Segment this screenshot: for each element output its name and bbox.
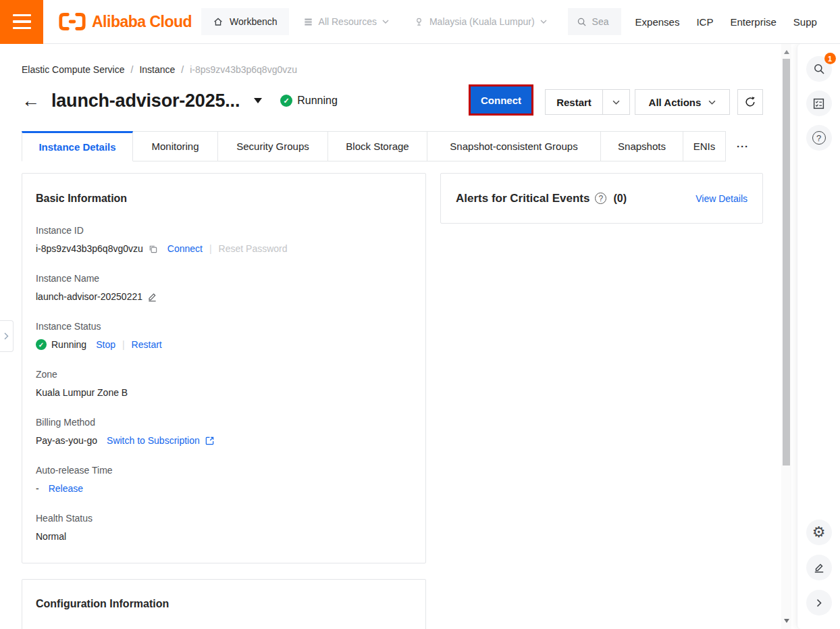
hamburger-menu-icon[interactable]: [0, 0, 43, 44]
view-details-link[interactable]: View Details: [695, 193, 747, 204]
resources-icon: [303, 17, 313, 27]
tab-enis[interactable]: ENIs: [683, 131, 726, 161]
region-label: Malaysia (Kuala Lumpur): [429, 16, 535, 27]
scrollbar-thumb[interactable]: [783, 59, 790, 466]
tab-snapshots[interactable]: Snapshots: [601, 131, 683, 161]
tab-snapshot-consistent-groups[interactable]: Snapshot-consistent Groups: [427, 131, 601, 161]
breadcrumb-instance-id: i-8ps9zv43b3p6q8vg0vzu: [190, 64, 297, 75]
basic-information-title: Basic Information: [36, 193, 412, 205]
breadcrumb-ecs[interactable]: Elastic Compute Service: [22, 64, 125, 75]
status-label: Running: [297, 95, 338, 107]
field-billing-method: Billing Method Pay-as-you-go Switch to S…: [36, 417, 412, 447]
nav-enterprise[interactable]: Enterprise: [730, 16, 776, 28]
tab-instance-details[interactable]: Instance Details: [22, 131, 133, 161]
alibaba-cloud-logo-icon: [58, 11, 86, 32]
search-input[interactable]: Sea: [568, 8, 621, 35]
alibaba-cloud-console-page: Alibaba Cloud Workbench All Resources: [0, 0, 840, 629]
topbar-nav: Expenses ICP Enterprise Supp: [635, 16, 817, 28]
copy-icon[interactable]: [148, 244, 158, 254]
edit-pencil-icon[interactable]: [147, 292, 157, 302]
alerts-title: Alerts for Critical Events: [456, 192, 589, 205]
check-circle-icon: ✓: [36, 339, 47, 350]
sidebar-search-button[interactable]: 1: [806, 56, 832, 82]
auto-release-time-value: -: [36, 483, 39, 494]
breadcrumb: Elastic Compute Service / Instance / i-8…: [22, 64, 297, 75]
refresh-icon: [744, 96, 756, 108]
title-caret-down-icon[interactable]: [254, 98, 262, 103]
sidebar-task-list-button[interactable]: [806, 91, 832, 116]
breadcrumb-separator: /: [131, 64, 134, 75]
nav-icp[interactable]: ICP: [696, 16, 713, 28]
check-circle-icon: ✓: [280, 95, 292, 107]
alibaba-cloud-logo[interactable]: Alibaba Cloud: [58, 11, 201, 32]
health-status-value: Normal: [36, 531, 66, 542]
refresh-button[interactable]: [737, 89, 763, 115]
tab-monitoring[interactable]: Monitoring: [133, 131, 218, 161]
billing-method-value: Pay-as-you-go: [36, 435, 97, 446]
more-tabs-button[interactable]: ···: [731, 131, 754, 161]
connect-button[interactable]: Connect: [471, 86, 531, 114]
restart-dropdown-button[interactable]: [602, 90, 629, 114]
workbench-button[interactable]: Workbench: [201, 8, 289, 35]
field-zone: Zone Kuala Lumpur Zone B: [36, 369, 412, 399]
gear-icon: ⚙: [812, 525, 826, 540]
region-selector[interactable]: Malaysia (Kuala Lumpur): [414, 16, 547, 27]
instance-id-value: i-8ps9zv43b3p6q8vg0vzu: [36, 243, 143, 254]
help-circle-icon[interactable]: ?: [595, 193, 606, 204]
connect-annotation-box: Connect: [469, 84, 533, 116]
scrollbar-down-arrow[interactable]: [784, 619, 789, 623]
instance-name-label: Instance Name: [36, 273, 412, 284]
logo-text: Alibaba Cloud: [92, 13, 192, 31]
sidebar-help-button[interactable]: ?: [806, 125, 832, 151]
instance-status-value: Running: [51, 339, 86, 350]
search-icon: [577, 17, 587, 27]
notification-badge: 1: [824, 53, 836, 64]
alerts-card: Alerts for Critical Events ? (0) View De…: [440, 173, 763, 224]
help-circle-icon: ?: [812, 131, 826, 145]
search-text: Sea: [592, 16, 609, 27]
all-actions-button[interactable]: All Actions: [635, 89, 730, 115]
all-actions-label: All Actions: [649, 97, 702, 108]
todo-list-icon: [812, 97, 825, 110]
left-panel-expander[interactable]: [0, 320, 14, 352]
stop-link[interactable]: Stop: [96, 339, 115, 350]
tab-bar: Instance Details Monitoring Security Gro…: [22, 131, 754, 161]
divider: |: [122, 339, 125, 350]
switch-to-subscription-link[interactable]: Switch to Subscription: [107, 435, 200, 446]
all-resources-label: All Resources: [319, 16, 377, 27]
breadcrumb-instance[interactable]: Instance: [139, 64, 175, 75]
field-instance-id: Instance ID i-8ps9zv43b3p6q8vg0vzu Conne…: [36, 225, 412, 255]
chevron-right-icon: [4, 332, 9, 340]
sidebar-settings-button[interactable]: ⚙: [806, 520, 832, 545]
restart-button[interactable]: Restart: [546, 90, 602, 114]
sidebar-collapse-button[interactable]: [806, 590, 832, 615]
nav-support[interactable]: Supp: [793, 16, 817, 28]
field-instance-status: Instance Status ✓ Running Stop | Restart: [36, 321, 412, 351]
scrollbar-up-arrow[interactable]: [784, 50, 789, 54]
restart-link[interactable]: Restart: [132, 339, 162, 350]
field-health-status: Health Status Normal: [36, 513, 412, 543]
restart-split-button: Restart: [545, 89, 630, 115]
basic-information-card: Basic Information Instance ID i-8ps9zv43…: [22, 173, 426, 563]
field-auto-release-time: Auto-release Time - Release: [36, 465, 412, 495]
field-instance-name: Instance Name launch-advisor-20250221: [36, 273, 412, 303]
all-resources-selector[interactable]: All Resources: [303, 16, 389, 27]
tab-security-groups[interactable]: Security Groups: [218, 131, 328, 161]
instance-name-value: launch-advisor-20250221: [36, 291, 142, 302]
vertical-scrollbar[interactable]: [781, 44, 791, 629]
chevron-down-icon: [612, 100, 620, 105]
reset-password-link: Reset Password: [219, 243, 288, 254]
back-arrow-icon[interactable]: ←: [22, 92, 40, 110]
chevron-down-icon: [382, 20, 389, 24]
tab-block-storage[interactable]: Block Storage: [328, 131, 427, 161]
nav-expenses[interactable]: Expenses: [635, 16, 680, 28]
instance-status-label: Instance Status: [36, 321, 412, 332]
instance-connect-link[interactable]: Connect: [167, 243, 203, 254]
release-link[interactable]: Release: [49, 483, 83, 494]
sidebar-feedback-button[interactable]: [806, 555, 832, 580]
chevron-down-icon: [540, 20, 547, 24]
page-title: launch-advisor-2025...: [51, 91, 240, 111]
configuration-information-title: Configuration Information: [36, 598, 412, 610]
auto-release-time-label: Auto-release Time: [36, 465, 412, 476]
chevron-down-icon: [708, 100, 716, 105]
